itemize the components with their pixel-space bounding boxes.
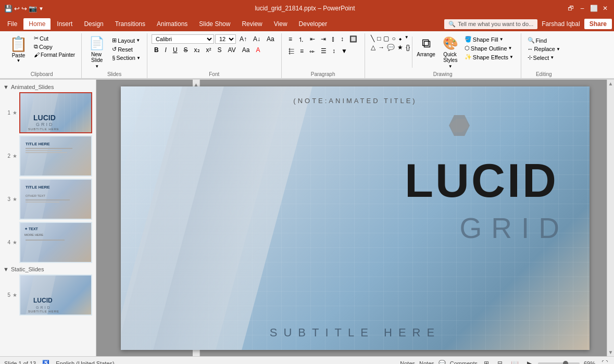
section-static[interactable]: ▼ Static_Slides — [2, 264, 94, 273]
search-bar[interactable]: 🔍 Tell me what you want to do... — [444, 19, 537, 29]
new-slide-dropdown[interactable]: ▼ — [95, 64, 99, 69]
decrease-font-btn[interactable]: A↓ — [250, 34, 263, 44]
shapes-more[interactable]: ⬥ — [397, 34, 403, 43]
slide-subtitle-text[interactable]: SUBTITLE HERE — [121, 326, 590, 340]
superscript-btn[interactable]: x² — [204, 45, 214, 55]
paste-button[interactable]: 📋 Paste ▼ — [6, 34, 31, 64]
slide-lucid-text[interactable]: LUCID — [405, 154, 558, 208]
right-scrollbar[interactable]: ▲ ▼ — [607, 80, 614, 356]
text-dir-btn[interactable]: ↕ — [338, 34, 346, 45]
find-button[interactable]: 🔍 Find — [525, 36, 562, 44]
shadow-btn[interactable]: S — [215, 45, 224, 55]
minimize-btn[interactable]: – — [578, 4, 587, 13]
menu-design[interactable]: Design — [79, 18, 108, 30]
menu-developer[interactable]: Developer — [294, 18, 333, 30]
menu-file[interactable]: File — [2, 18, 22, 30]
decrease-indent-btn[interactable]: ⇤ — [307, 34, 318, 45]
restore-btn[interactable]: 🗗 — [566, 4, 575, 13]
notes-label[interactable]: Notes — [419, 360, 434, 365]
para-dropdown-btn[interactable]: ▼ — [339, 46, 350, 56]
quick-styles-dropdown[interactable]: ▼ — [448, 64, 453, 69]
ellipse-tool[interactable]: ○ — [391, 34, 396, 43]
zoom-thumb[interactable] — [563, 361, 568, 365]
slide-sorter-btn[interactable]: ⊟ — [495, 359, 505, 365]
section-button[interactable]: § Section ▼ — [110, 54, 143, 61]
zoom-level[interactable]: 69% — [584, 360, 595, 365]
save-icon[interactable]: 💾 — [4, 5, 12, 12]
copy-button[interactable]: ⧉ Copy — [32, 43, 77, 51]
line-spacing-btn[interactable]: ↕ — [330, 46, 338, 56]
maximize-btn[interactable]: ⬜ — [589, 4, 598, 13]
scroll-down-right-btn[interactable]: ▼ — [608, 349, 613, 355]
select-button[interactable]: ⊹ Select ▼ — [525, 54, 562, 61]
section-animated[interactable]: ▼ Animated_Slides — [2, 82, 94, 91]
comments-icon[interactable]: 💬 — [438, 360, 446, 364]
close-btn[interactable]: ✕ — [600, 4, 610, 13]
arrow-tool[interactable]: → — [377, 43, 385, 52]
reset-button[interactable]: ↺ Reset — [110, 45, 143, 53]
underline-btn[interactable]: U — [170, 45, 180, 55]
strikethrough-btn[interactable]: S — [181, 45, 191, 55]
notes-button[interactable]: Notes — [400, 360, 415, 365]
replace-button[interactable]: ↔ Replace ▼ — [525, 45, 562, 53]
normal-view-btn[interactable]: ⊞ — [482, 359, 491, 365]
menu-transitions[interactable]: Transitions — [110, 18, 151, 30]
numbering-btn[interactable]: ⒈ — [295, 34, 307, 45]
dropdown-icon[interactable]: ▼ — [39, 6, 44, 11]
clear-format-btn[interactable]: Aa — [264, 34, 277, 44]
language-label[interactable]: English (United States) — [56, 360, 115, 365]
slide-note-text[interactable]: (NOTE:ANIMATED TITLE) — [121, 97, 590, 105]
slide-thumb-5[interactable]: LUCID GRID SUBTITLE HERE — [19, 274, 92, 316]
quick-styles-button[interactable]: 🎨 QuickStyles ▼ — [440, 34, 461, 70]
scroll-up-right-btn[interactable]: ▲ — [608, 81, 613, 86]
align-right-btn[interactable]: ⬰ — [307, 46, 318, 56]
font-color-btn[interactable]: A — [253, 45, 262, 55]
italic-btn[interactable]: I — [162, 45, 169, 55]
formula-tool[interactable]: {} — [405, 43, 411, 52]
callout-tool[interactable]: 💬 — [386, 43, 396, 52]
rect-tool[interactable]: □ — [376, 34, 382, 43]
shape-fill-button[interactable]: 🪣 Shape Fill ▼ — [462, 35, 516, 43]
share-button[interactable]: Share — [584, 19, 612, 29]
paste-dropdown-icon[interactable]: ▼ — [17, 58, 21, 63]
quick-access-toolbar[interactable]: 💾 ↩ ↪ 📷 ▼ — [4, 5, 44, 12]
arrange-button[interactable]: ⧉ Arrange — [413, 34, 438, 59]
menu-insert[interactable]: Insert — [52, 18, 78, 30]
bold-btn[interactable]: B — [152, 45, 161, 55]
menu-animations[interactable]: Animations — [152, 18, 193, 30]
slide-grid-text[interactable]: GRID — [460, 211, 569, 245]
fit-slide-btn[interactable]: ⛶ — [599, 359, 610, 365]
slide-thumb-4[interactable]: ✦ TEXT MORE HERE — [19, 222, 92, 263]
rounded-rect-tool[interactable]: ▢ — [382, 34, 390, 43]
columns-btn[interactable]: ⫿ — [329, 34, 337, 45]
font-name-select[interactable]: Calibri — [152, 34, 214, 44]
shape-outline-button[interactable]: ⬡ Shape Outline ▼ — [462, 44, 516, 52]
align-left-btn[interactable]: ⬱ — [286, 46, 297, 56]
shapes-dropdown[interactable]: ▼ — [404, 34, 410, 43]
slide-thumb-2[interactable]: TITLE HERE — [19, 135, 92, 177]
window-controls[interactable]: 🗗 – ⬜ ✕ — [566, 4, 610, 13]
redo-icon[interactable]: ↪ — [21, 5, 27, 12]
line-tool[interactable]: ╲ — [370, 34, 375, 43]
subscript-btn[interactable]: x₂ — [192, 45, 203, 55]
slideshow-btn[interactable]: ▶ — [525, 359, 534, 365]
new-slide-button[interactable]: 📄 New Slide ▼ — [86, 34, 108, 70]
menu-slideshow[interactable]: Slide Show — [194, 18, 235, 30]
comments-label[interactable]: Comments — [450, 360, 478, 365]
spacing-btn[interactable]: AV — [225, 45, 239, 55]
undo-icon[interactable]: ↩ — [14, 5, 20, 12]
slide-item-1[interactable]: 1 ★ LUCID GRID SUBTITLE HERE — [2, 91, 94, 134]
slide-thumb-1[interactable]: LUCID GRID SUBTITLE HERE — [19, 92, 92, 133]
zoom-slider[interactable] — [538, 362, 580, 365]
menu-review[interactable]: Review — [236, 18, 267, 30]
cut-button[interactable]: ✂ Cut — [32, 34, 77, 42]
smartart-btn[interactable]: 🔲 — [347, 34, 360, 45]
menu-home[interactable]: Home — [23, 18, 51, 30]
shape-effects-button[interactable]: ✨ Shape Effects ▼ — [462, 53, 516, 61]
reading-view-btn[interactable]: 📖 — [509, 359, 521, 365]
slide-item-3[interactable]: 3 ★ TITLE HERE OTHER TEXT — [2, 178, 94, 221]
star-tool[interactable]: ★ — [396, 43, 404, 52]
case-btn[interactable]: Aa — [240, 45, 253, 55]
slide-item-4[interactable]: 4 ★ ✦ TEXT MORE HERE — [2, 221, 94, 264]
bullets-btn[interactable]: ≡ — [286, 34, 295, 45]
